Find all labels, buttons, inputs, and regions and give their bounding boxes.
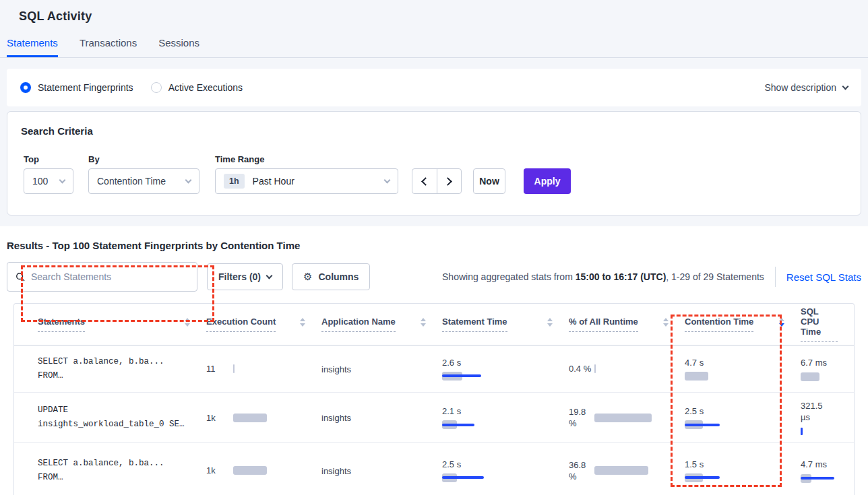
top-select-value: 100	[32, 176, 48, 187]
page-title: SQL Activity	[19, 9, 868, 24]
time-range-label: Time Range	[215, 154, 398, 164]
chevron-right-icon	[443, 177, 452, 186]
time-range-select[interactable]: 1h Past Hour	[215, 168, 398, 194]
reset-sql-stats-link[interactable]: Reset SQL Stats	[786, 271, 861, 283]
search-criteria-heading: Search Criteria	[21, 125, 847, 137]
execution-count-cell: 1k	[206, 413, 321, 423]
bar-chart	[233, 414, 295, 422]
column-header-statements[interactable]: Statements	[14, 317, 206, 332]
bar-chart	[233, 466, 295, 475]
tab-transactions[interactable]: Transactions	[80, 37, 137, 57]
search-input[interactable]	[31, 271, 189, 282]
chevron-left-icon	[421, 177, 430, 186]
contention-time-cell: 2.5 s	[685, 406, 801, 429]
radio-statement-fingerprints[interactable]: Statement Fingerprints	[20, 82, 133, 93]
bar-chart	[594, 466, 656, 475]
chevron-down-icon	[842, 83, 849, 90]
search-statements-box	[7, 262, 197, 292]
bar-chart	[801, 427, 863, 436]
tab-sessions[interactable]: Sessions	[158, 37, 199, 57]
statements-table: Statements Execution Count Application N…	[13, 303, 855, 495]
statement-time-cell: 2.5 s	[442, 459, 569, 482]
column-header-execution-count[interactable]: Execution Count	[206, 317, 321, 332]
columns-button[interactable]: ⚙ Columns	[292, 263, 370, 290]
gear-icon: ⚙	[303, 271, 312, 283]
column-header-application-name[interactable]: Application Name	[321, 317, 442, 332]
application-name-cell: insights	[321, 465, 442, 477]
contention-time-cell: 4.7 s	[685, 358, 801, 381]
chevron-down-icon	[59, 176, 66, 183]
chevron-down-icon	[185, 176, 192, 183]
results-toolbar: Filters (0) ⚙ Columns Showing aggregated…	[7, 262, 861, 292]
statement-link[interactable]: SELECT a.balance, b.ba... FROM…	[14, 457, 206, 485]
search-icon	[16, 272, 25, 282]
bar-chart	[594, 364, 656, 373]
columns-label: Columns	[318, 271, 359, 282]
contention-time-cell: 1.5 s	[685, 459, 801, 482]
chevron-down-icon	[384, 176, 391, 183]
statement-link[interactable]: SELECT a.balance, b.ba... FROM…	[14, 355, 206, 383]
bar-chart	[442, 420, 504, 429]
apply-button[interactable]: Apply	[524, 168, 571, 194]
next-time-button[interactable]	[437, 169, 462, 193]
bar-chart	[801, 474, 863, 483]
tab-statements[interactable]: Statements	[7, 37, 58, 57]
application-name-cell: insights	[321, 363, 442, 375]
results-section: Results - Top 100 Statement Fingerprints…	[0, 226, 868, 495]
sort-icon[interactable]	[300, 318, 305, 327]
top-section: SQL Activity Statements Transactions Ses…	[0, 0, 868, 226]
filters-label: Filters (0)	[218, 271, 261, 282]
table-row: SELECT a.balance, b.ba... FROM… 11 insig…	[14, 345, 854, 393]
bar-chart	[685, 420, 747, 429]
bar-chart	[685, 372, 747, 381]
sort-icon[interactable]	[185, 318, 190, 327]
radio-label: Statement Fingerprints	[38, 82, 133, 93]
time-step-buttons	[412, 168, 462, 194]
results-heading: Results - Top 100 Statement Fingerprints…	[7, 240, 861, 251]
statement-time-cell: 2.1 s	[442, 406, 569, 429]
sql-cpu-time-cell: 321.5 µs	[801, 400, 854, 436]
show-description-toggle[interactable]: Show description	[764, 82, 848, 93]
table-row: SELECT a.balance, b.ba... FROM… 1k insig…	[14, 443, 854, 495]
sql-cpu-time-cell: 4.7 ms	[801, 459, 854, 483]
filters-button[interactable]: Filters (0)	[207, 263, 283, 290]
by-label: By	[88, 154, 199, 164]
table-header-row: Statements Execution Count Application N…	[14, 304, 854, 345]
statement-link[interactable]: UPDATE insights_workload_table_0 SE…	[14, 403, 206, 432]
time-range-value: Past Hour	[253, 176, 294, 187]
sort-icon-descending[interactable]	[779, 318, 784, 327]
execution-count-cell: 1k	[206, 465, 321, 475]
divider	[775, 267, 776, 287]
radio-label: Active Executions	[168, 82, 243, 93]
sort-icon[interactable]	[663, 318, 669, 327]
view-toggle-bar: Statement Fingerprints Active Executions…	[7, 69, 861, 106]
bar-chart	[442, 372, 504, 381]
aggregated-stats-text: Showing aggregated stats from 15:00 to 1…	[442, 271, 764, 282]
now-button[interactable]: Now	[473, 168, 505, 194]
previous-time-button[interactable]	[412, 169, 437, 193]
radio-unselected-icon	[151, 82, 162, 93]
execution-count-cell: 11	[206, 364, 321, 374]
bar-chart	[594, 414, 656, 422]
column-header-sql-cpu-time[interactable]: SQL CPU Time	[801, 306, 854, 342]
column-header-pct-runtime[interactable]: % of All Runtime	[569, 317, 685, 332]
search-criteria-panel: Search Criteria Top 100 By Contention Ti…	[7, 111, 861, 216]
sort-icon[interactable]	[421, 318, 426, 327]
sort-icon[interactable]	[547, 318, 553, 327]
bar-chart	[801, 372, 863, 381]
sql-cpu-time-cell: 6.7 ms	[801, 357, 854, 381]
pct-runtime-cell: 19.8 %	[569, 406, 685, 429]
time-range-badge: 1h	[224, 174, 245, 189]
statement-time-cell: 2.6 s	[442, 358, 569, 381]
column-header-statement-time[interactable]: Statement Time	[442, 317, 569, 332]
table-row: UPDATE insights_workload_table_0 SE… 1k …	[14, 393, 854, 443]
bar-chart	[685, 473, 747, 482]
bar-chart	[442, 473, 504, 482]
top-select[interactable]: 100	[24, 168, 73, 194]
radio-active-executions[interactable]: Active Executions	[151, 82, 243, 93]
application-name-cell: insights	[321, 411, 442, 424]
column-header-contention-time[interactable]: Contention Time	[685, 317, 801, 332]
bar-chart	[233, 364, 295, 373]
by-select[interactable]: Contention Time	[88, 168, 199, 194]
pct-runtime-cell: 36.8 %	[569, 459, 685, 482]
